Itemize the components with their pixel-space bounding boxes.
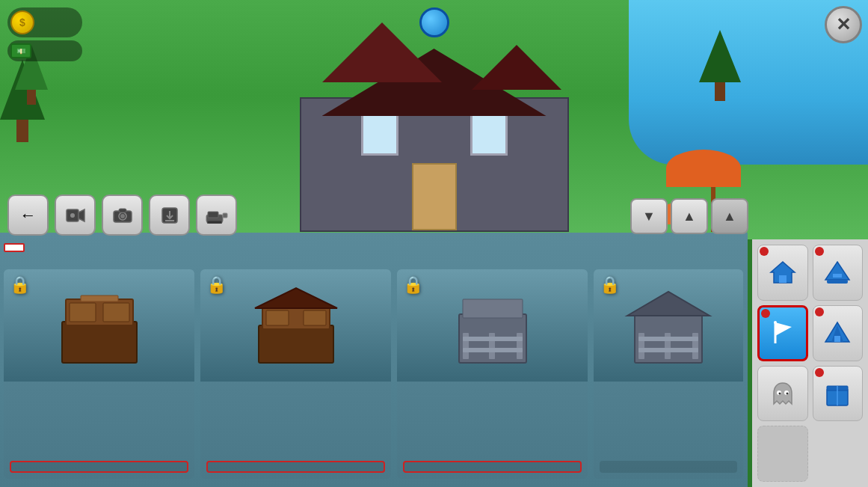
lock-icon: 🔒 xyxy=(10,275,30,295)
notification-dot xyxy=(761,309,770,318)
svg-rect-12 xyxy=(223,213,227,218)
svg-rect-17 xyxy=(103,303,129,322)
top-hud: $ 💵 xyxy=(7,7,82,61)
list-item[interactable]: 🔒 xyxy=(594,269,743,479)
toolbar: ← xyxy=(7,195,237,236)
item-requirement-4 xyxy=(600,461,737,473)
item-title-3 xyxy=(397,382,588,461)
lock-icon: 🔒 xyxy=(403,275,423,295)
scroll-down-arrow[interactable]: ▼ xyxy=(630,198,668,234)
lock-icon: 🔒 xyxy=(600,275,620,295)
svg-rect-29 xyxy=(463,337,523,341)
svg-rect-42 xyxy=(833,274,842,278)
notification-dot xyxy=(815,307,824,316)
house-sidebar-button[interactable] xyxy=(757,245,808,301)
scroll-up-arrow[interactable]: ▲ xyxy=(671,198,708,234)
svg-marker-32 xyxy=(627,292,710,316)
category-label xyxy=(4,243,25,252)
cash-currency: 💵 xyxy=(7,40,82,61)
svg-point-52 xyxy=(786,392,788,394)
notification-dot xyxy=(815,368,824,377)
tree-decoration xyxy=(699,30,741,101)
camera-button[interactable] xyxy=(102,195,143,236)
list-item[interactable]: 🔒 xyxy=(4,269,194,479)
level-badge xyxy=(419,7,449,37)
empty-sidebar-slot xyxy=(757,426,808,482)
svg-rect-13 xyxy=(207,221,222,224)
item-title-4 xyxy=(594,382,743,461)
item-image-2: 🔒 xyxy=(200,269,391,382)
item-requirement-3 xyxy=(403,461,582,473)
svg-rect-16 xyxy=(70,303,96,322)
scroll-up-arrow-2[interactable]: ▲ xyxy=(711,198,748,234)
list-item[interactable]: 🔒 xyxy=(397,269,588,479)
bulldozer-button[interactable] xyxy=(196,195,237,236)
svg-rect-22 xyxy=(266,310,289,325)
house-preview xyxy=(277,15,591,232)
coin-currency: $ xyxy=(7,7,82,37)
video-button[interactable] xyxy=(55,195,96,236)
svg-rect-41 xyxy=(827,280,848,284)
svg-rect-30 xyxy=(463,348,523,352)
svg-rect-48 xyxy=(834,336,840,342)
svg-marker-44 xyxy=(775,322,792,336)
svg-rect-6 xyxy=(119,209,126,212)
svg-rect-11 xyxy=(208,212,218,218)
hat-sidebar-button[interactable] xyxy=(813,245,864,301)
cash-icon: 💵 xyxy=(10,43,31,58)
svg-rect-37 xyxy=(638,348,698,352)
svg-rect-39 xyxy=(779,275,787,283)
svg-point-2 xyxy=(70,213,75,218)
svg-point-5 xyxy=(120,214,125,218)
download-button[interactable] xyxy=(149,195,190,236)
coin-icon: $ xyxy=(10,10,34,34)
scroll-arrows: ▼ ▲ ▲ xyxy=(630,198,748,234)
notification-dot xyxy=(815,247,824,256)
close-button[interactable]: ✕ xyxy=(825,6,862,43)
item-image-1: 🔒 xyxy=(4,269,194,382)
item-requirement-1 xyxy=(10,461,188,473)
flag-sidebar-button[interactable] xyxy=(757,305,808,361)
list-item[interactable]: 🔒 xyxy=(200,269,391,479)
svg-rect-23 xyxy=(304,310,326,325)
ghost-sidebar-button[interactable] xyxy=(757,366,808,422)
item-image-4: 🔒 xyxy=(594,269,743,382)
right-sidebar xyxy=(752,239,868,487)
svg-rect-18 xyxy=(81,295,118,301)
item-requirement-2 xyxy=(206,461,385,473)
svg-rect-25 xyxy=(463,299,523,318)
svg-point-51 xyxy=(778,392,781,394)
back-button[interactable]: ← xyxy=(7,195,49,236)
item-title-1 xyxy=(4,382,194,461)
svg-marker-1 xyxy=(79,209,84,221)
box-sidebar-button[interactable] xyxy=(813,366,864,422)
item-image-3: 🔒 xyxy=(397,269,588,382)
svg-marker-21 xyxy=(255,288,337,308)
lock-icon: 🔒 xyxy=(206,275,227,295)
tent-sidebar-button[interactable] xyxy=(813,305,864,361)
svg-rect-36 xyxy=(638,337,698,341)
items-grid: 🔒 🔒 xyxy=(4,269,743,479)
notification-dot xyxy=(760,247,769,256)
item-title-2 xyxy=(200,382,391,461)
svg-rect-14 xyxy=(62,322,137,363)
svg-rect-19 xyxy=(259,325,333,363)
svg-point-45 xyxy=(774,321,777,324)
